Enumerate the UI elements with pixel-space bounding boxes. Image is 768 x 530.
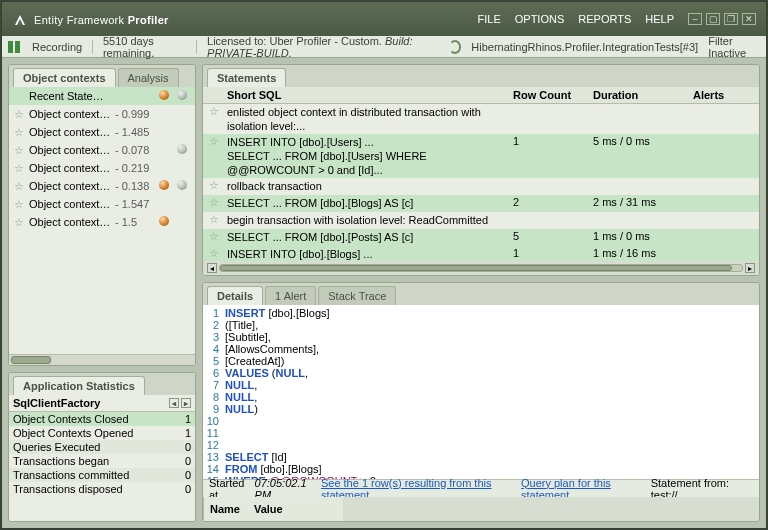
stat-value: 0	[185, 455, 191, 467]
stat-row[interactable]: Transactions committed0	[9, 468, 195, 482]
context-hscroll[interactable]	[9, 354, 195, 365]
scroll-left-icon[interactable]: ◂	[207, 263, 217, 273]
stat-key: Transactions committed	[13, 469, 185, 481]
minimize-button[interactable]: –	[688, 13, 702, 25]
statement-row[interactable]: ☆ INSERT INTO [dbo].[Blogs] ... SELECT .…	[203, 246, 759, 261]
code-line: 13SELECT [Id]	[203, 451, 759, 463]
query-plan-link[interactable]: Query plan for this statement.	[521, 477, 647, 498]
context-row[interactable]: ☆ Object context #2 - 1.485	[9, 123, 195, 141]
star-icon[interactable]: ☆	[209, 105, 227, 118]
star-icon[interactable]: ☆	[209, 213, 227, 226]
stat-row[interactable]: Transactions began0	[9, 454, 195, 468]
application-statistics-panel: Application Statistics SqlClientFactory …	[8, 372, 196, 522]
started-label: Started at	[209, 477, 251, 498]
code-line: 2 ([Title],	[203, 319, 759, 331]
titlebar: Entity Framework Profiler FILE OPTIONS R…	[2, 2, 766, 36]
short-sql: SELECT ... FROM [dbo].[Blogs] AS [c]	[227, 196, 513, 210]
statement-row[interactable]: ☆ INSERT INTO [dbo].[Users] ... SELECT .…	[203, 134, 759, 178]
filter-inactive-link[interactable]: Filter Inactive	[708, 35, 760, 59]
stat-row[interactable]: Object Contexts Opened1	[9, 426, 195, 440]
context-value: - 1.485	[115, 126, 155, 138]
status-dot-icon	[177, 144, 187, 154]
code-line: 7 NULL,	[203, 379, 759, 391]
context-value: - 0.138	[115, 180, 155, 192]
duration: 5 ms / 0 ms	[593, 135, 693, 147]
status-dot-icon	[177, 180, 187, 190]
star-icon[interactable]: ☆	[13, 180, 25, 193]
tab-stack-trace[interactable]: Stack Trace	[318, 286, 396, 305]
star-icon[interactable]: ☆	[13, 216, 25, 229]
col-duration[interactable]: Duration	[593, 89, 693, 101]
tab-object-contexts[interactable]: Object contexts	[13, 68, 116, 87]
col-alerts[interactable]: Alerts	[693, 89, 753, 101]
see-rows-link[interactable]: See the 1 row(s) resulting from this sta…	[321, 477, 517, 498]
star-icon[interactable]: ☆	[209, 135, 227, 148]
app-title: Entity Framework Profiler	[34, 10, 169, 28]
context-name: Object context #6	[29, 198, 111, 210]
context-row[interactable]: ☆ Object context #4 - 0.219	[9, 159, 195, 177]
row-count: 5	[513, 230, 593, 242]
scroll-left-button[interactable]: ◂	[169, 398, 179, 408]
star-icon[interactable]: ☆	[13, 126, 25, 139]
restore-button[interactable]: ❐	[724, 13, 738, 25]
menu-reports[interactable]: REPORTS	[578, 13, 631, 25]
stat-row[interactable]: Object Contexts Closed1	[9, 412, 195, 426]
col-row-count[interactable]: Row Count	[513, 89, 593, 101]
application-window: Entity Framework Profiler FILE OPTIONS R…	[1, 1, 767, 529]
context-row[interactable]: ☆ Object context #5 - 0.138	[9, 177, 195, 195]
statement-row[interactable]: ☆ SELECT ... FROM [dbo].[Blogs] AS [c] 2…	[203, 195, 759, 212]
star-icon[interactable]: ☆	[209, 179, 227, 192]
context-name: Object context #4	[29, 162, 111, 174]
statement-row[interactable]: ☆ begin transaction with isolation level…	[203, 212, 759, 229]
context-row[interactable]: ☆ Object context #3 - 0.078	[9, 141, 195, 159]
scroll-right-button[interactable]: ▸	[181, 398, 191, 408]
context-row[interactable]: ☆ Object context #6 - 1.547	[9, 195, 195, 213]
scroll-right-icon[interactable]: ▸	[745, 263, 755, 273]
refresh-icon[interactable]	[449, 40, 461, 54]
status-dot-icon	[177, 90, 187, 100]
context-name: Object context #2	[29, 126, 111, 138]
menu-options[interactable]: OPTIONS	[515, 13, 565, 25]
tab-analysis[interactable]: Analysis	[118, 68, 179, 87]
duration: 1 ms / 0 ms	[593, 230, 693, 242]
star-icon[interactable]: ☆	[209, 247, 227, 260]
short-sql: INSERT INTO [dbo].[Users] ... SELECT ...…	[227, 135, 513, 177]
toolbar: Recording 5510 days remaining. Licensed …	[2, 36, 766, 58]
short-sql: begin transaction with isolation level: …	[227, 213, 513, 227]
context-name: Recent Statements	[29, 90, 111, 102]
star-icon[interactable]: ☆	[13, 162, 25, 175]
sql-code-viewer[interactable]: 1INSERT [dbo].[Blogs]2 ([Title],3 [Subti…	[203, 305, 759, 479]
statements-rows: ☆ enlisted object context in distributed…	[203, 104, 759, 261]
stat-value: 0	[185, 441, 191, 453]
close-button[interactable]: ✕	[742, 13, 756, 25]
context-row[interactable]: ☆ Object context #1 - 0.999	[9, 105, 195, 123]
star-icon[interactable]: ☆	[209, 230, 227, 243]
star-icon[interactable]: ☆	[13, 144, 25, 157]
star-icon[interactable]: ☆	[13, 108, 25, 121]
tab-details[interactable]: Details	[207, 286, 263, 305]
star-icon[interactable]: ☆	[13, 198, 25, 211]
stat-row[interactable]: Transactions disposed0	[9, 482, 195, 496]
tab-alert[interactable]: 1 Alert	[265, 286, 316, 305]
statement-row[interactable]: ☆ enlisted object context in distributed…	[203, 104, 759, 134]
code-line: 5 [CreatedAt])	[203, 355, 759, 367]
context-row[interactable]: Recent Statements	[9, 87, 195, 105]
tab-application-statistics[interactable]: Application Statistics	[13, 376, 145, 395]
recording-icon[interactable]	[8, 41, 20, 53]
license-info: Licensed to: Uber Profiler - Custom. Bui…	[207, 35, 439, 59]
context-name: Object context #5	[29, 180, 111, 192]
menu-help[interactable]: HELP	[645, 13, 674, 25]
main-area: Object contexts Analysis Recent Statemen…	[2, 58, 766, 528]
statement-row[interactable]: ☆ SELECT ... FROM [dbo].[Posts] AS [c] 5…	[203, 229, 759, 246]
menu-file[interactable]: FILE	[478, 13, 501, 25]
maximize-button[interactable]: ▢	[706, 13, 720, 25]
context-row[interactable]: ☆ Object context #7 - 1.5	[9, 213, 195, 231]
col-short-sql[interactable]: Short SQL	[227, 89, 513, 101]
context-value: - 1.547	[115, 198, 155, 210]
statements-scroll[interactable]: ◂ ▸	[203, 261, 759, 275]
tab-statements[interactable]: Statements	[207, 68, 286, 87]
statement-row[interactable]: ☆ rollback transaction	[203, 178, 759, 195]
stat-row[interactable]: Queries Executed0	[9, 440, 195, 454]
star-icon[interactable]: ☆	[209, 196, 227, 209]
alert-dot-icon	[159, 216, 169, 226]
